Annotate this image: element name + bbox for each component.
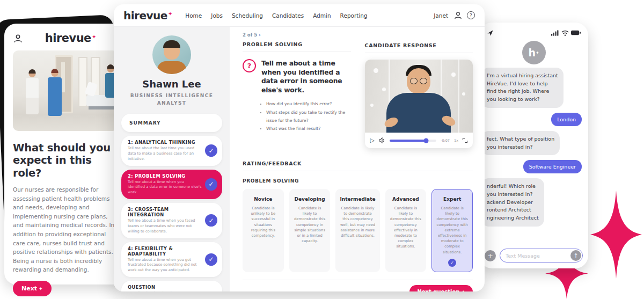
rating-developing[interactable]: Developing Candidate is likely to demons… <box>289 189 331 272</box>
response-section-title: CANDIDATE RESPONSE <box>365 39 473 53</box>
check-icon: ✓ <box>205 144 217 157</box>
signal-icon <box>551 30 559 36</box>
chevron-right-icon: › <box>259 32 261 38</box>
candidate-title: BUSINESS INTELLIGENCEANALYST <box>121 92 222 107</box>
check-icon: ✓ <box>205 214 217 227</box>
rating-intermediate[interactable]: Intermediate Candidate is likely to demo… <box>335 189 379 272</box>
send-button[interactable]: ↑ <box>570 250 581 261</box>
check-icon: ✓ <box>448 259 456 267</box>
volume-icon[interactable] <box>379 137 385 143</box>
logo-sparkle-icon: ✦ <box>168 11 172 17</box>
bot-message: nderful! Which role you interested in? a… <box>481 178 544 227</box>
rating-section-title: RATING/FEEDBACK <box>243 157 473 171</box>
nav-admin[interactable]: Admin <box>313 12 331 19</box>
account-icon[interactable] <box>453 11 463 20</box>
bot-message: I'm a virtual hiring assistant HireVue. … <box>481 68 564 108</box>
avatar-sparkle-icon: ✦ <box>536 50 539 55</box>
nav-home[interactable]: Home <box>185 12 202 19</box>
pink-sparkle-large <box>590 191 642 279</box>
chat-thread: I'm a virtual hiring assistant HireVue. … <box>485 68 583 231</box>
role-heading: What should you expect in this role? <box>13 142 118 179</box>
competency-question[interactable]: QUESTION Describe the situation that dem… <box>121 281 222 291</box>
main-nav: Home Jobs Scheduling Candidates Admin Re… <box>185 12 367 19</box>
nurse-figure <box>48 77 62 116</box>
review-content: 2 of 5› PROBLEM SOLVING ? Tell me about … <box>230 27 485 291</box>
competency-cross-team-integration[interactable]: 3: CROSS-TEAM INTEGRATION Tell me about … <box>121 203 222 238</box>
review-footer: Next question✦ <box>243 280 473 291</box>
candidate-name: Shawn Lee <box>121 78 222 90</box>
check-icon: ✓ <box>205 178 217 191</box>
location-arrow-icon <box>487 30 494 37</box>
video-frame[interactable] <box>365 60 473 133</box>
help-icon[interactable]: ? <box>467 11 475 19</box>
nav-jobs[interactable]: Jobs <box>211 12 223 19</box>
nav-reporting[interactable]: Reporting <box>340 12 368 19</box>
summary-tab[interactable]: SUMMARY <box>121 114 222 132</box>
rating-section: RATING/FEEDBACK PROBLEM SOLVING Novice C… <box>243 157 473 291</box>
stage: hirevue✦ What should you expect in this … <box>0 0 644 299</box>
person-icon <box>13 33 23 43</box>
app-header: hirevue✦ Home Jobs Scheduling Candidates… <box>114 4 485 27</box>
question-probes: How did you identify this error? What st… <box>261 100 351 133</box>
candidate-sidebar: Shawn Lee BUSINESS INTELLIGENCEANALYST S… <box>114 27 230 291</box>
playback-speed[interactable]: 1x <box>454 138 458 143</box>
user-message[interactable]: London <box>551 113 582 126</box>
sparkle-icon: ✦ <box>39 286 43 291</box>
chat-phone-panel: h✦ I'm a virtual hiring assistant HireVu… <box>479 23 588 268</box>
logo-sparkle-icon: ✦ <box>92 34 96 40</box>
question-text: Tell me about a time when you identified… <box>261 59 351 94</box>
fullscreen-icon[interactable] <box>463 138 467 143</box>
battery-icon <box>571 30 581 35</box>
response-column: CANDIDATE RESPONSE <box>365 32 473 148</box>
user-message[interactable]: Software Engineer <box>523 160 582 173</box>
step-indicator: 2 of 5› <box>243 32 351 38</box>
video-player: ▷ -0:07 1x <box>365 60 473 148</box>
probe-item: What steps did you take to rectify the i… <box>266 108 351 125</box>
time-remaining: -0:07 <box>441 138 450 143</box>
arrow-up-icon: ↑ <box>573 252 578 259</box>
check-icon: ✓ <box>205 253 217 266</box>
hirevue-app-window: hirevue✦ Home Jobs Scheduling Candidates… <box>114 4 485 291</box>
nav-scheduling[interactable]: Scheduling <box>232 12 263 19</box>
sparkle-icon: ✦ <box>461 289 465 291</box>
next-button[interactable]: Next✦ <box>13 281 52 296</box>
play-icon[interactable]: ▷ <box>370 137 375 144</box>
rating-novice[interactable]: Novice Candidate is unlikely to be succe… <box>243 189 284 272</box>
user-name: Janet <box>434 12 448 19</box>
bot-message: fect. What type of position you interest… <box>481 131 560 155</box>
phone-status-bar <box>485 28 583 37</box>
rating-competency-label: PROBLEM SOLVING <box>243 178 473 184</box>
question-column: 2 of 5› PROBLEM SOLVING ? Tell me about … <box>243 32 351 148</box>
competency-flexibility-adaptability[interactable]: 4: FLEXIBILITY & ADAPTABILITY Tell me ab… <box>121 242 222 278</box>
competency-problem-solving[interactable]: 2: PROBLEM SOLVING Tell me about a time … <box>121 170 222 200</box>
hirevue-logo: hirevue✦ <box>23 32 118 45</box>
nav-candidates[interactable]: Candidates <box>272 12 304 19</box>
nurse-figure <box>26 78 39 114</box>
next-question-button[interactable]: Next question✦ <box>409 285 473 291</box>
rating-expert[interactable]: Expert Candidate is likely to demonstrat… <box>431 189 473 272</box>
role-description: Our nurses are responsible for assessing… <box>13 185 118 274</box>
video-progress-bar[interactable] <box>390 140 436 142</box>
rating-advanced[interactable]: Advanced Candidate is likely to demonstr… <box>385 189 427 272</box>
chat-input-bar: + ↑ <box>485 249 583 262</box>
wifi-icon <box>561 30 569 36</box>
video-controls: ▷ -0:07 1x <box>365 133 473 148</box>
competency-analytical-thinking[interactable]: 1: ANALYTICAL THINKING Tell me about the… <box>121 136 222 166</box>
role-preview-image <box>13 50 118 131</box>
probe-item: How did you identify this error? <box>266 100 351 108</box>
question-mark-icon: ? <box>243 59 256 72</box>
hirevue-logo: hirevue✦ <box>123 9 172 22</box>
rating-scale: Novice Candidate is unlikely to be succe… <box>243 189 473 272</box>
candidate-avatar <box>152 35 191 74</box>
role-options: ackend Developer rontend Architect ngine… <box>487 199 539 222</box>
assistant-avatar: h✦ <box>522 41 546 64</box>
probe-item: What was the final result? <box>266 125 351 133</box>
role-preview-card: hirevue✦ What should you expect in this … <box>4 24 127 285</box>
question-section-title: PROBLEM SOLVING <box>243 38 351 52</box>
attach-plus-button[interactable]: + <box>485 250 496 261</box>
